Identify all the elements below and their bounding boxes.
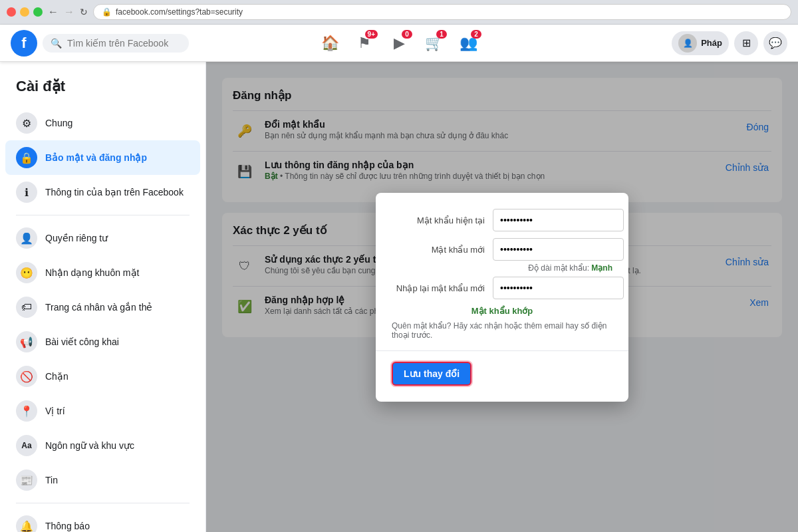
sidebar-item-security[interactable]: 🔒 Bảo mật và đăng nhập bbox=[5, 140, 200, 175]
browser-minimize[interactable] bbox=[20, 7, 29, 17]
search-input[interactable] bbox=[67, 38, 181, 49]
sidebar-icon-face: 😶 bbox=[16, 262, 37, 283]
sidebar-label-news: Tin bbox=[45, 475, 58, 485]
store-badge: 1 bbox=[436, 30, 447, 39]
sidebar-icon-public: 📢 bbox=[16, 331, 37, 352]
flag-badge: 9+ bbox=[365, 30, 378, 39]
sidebar-label-profile: Trang cá nhân và gắn thẻ bbox=[45, 302, 152, 313]
browser-maximize[interactable] bbox=[33, 7, 43, 17]
forward-btn[interactable]: → bbox=[64, 6, 74, 18]
sidebar-label-language: Ngôn ngữ và khu vực bbox=[45, 440, 134, 451]
browser-close[interactable] bbox=[7, 7, 16, 17]
current-password-row: Mật khẩu hiện tại bbox=[392, 209, 612, 231]
sidebar-icon-security: 🔒 bbox=[16, 147, 37, 168]
sidebar-item-language[interactable]: Aa Ngôn ngữ và khu vực bbox=[5, 428, 200, 463]
url-bar[interactable]: 🔒 facebook.com/settings?tab=security bbox=[93, 4, 791, 20]
sidebar-label-notifications: Thông báo bbox=[45, 521, 90, 531]
sidebar-item-location[interactable]: 📍 Vị trí bbox=[5, 394, 200, 428]
modal-divider bbox=[376, 350, 628, 351]
modal-actions: Lưu thay đổi bbox=[392, 362, 612, 386]
messenger-icon: 💬 bbox=[769, 37, 782, 49]
nav-play[interactable]: ▶ 0 bbox=[383, 27, 415, 59]
messenger-btn[interactable]: 💬 bbox=[763, 31, 787, 55]
sidebar-item-notifications[interactable]: 🔔 Thông báo bbox=[5, 509, 200, 532]
sidebar-icon-info: ℹ bbox=[16, 182, 37, 203]
sidebar-label-security: Bảo mật và đăng nhập bbox=[45, 152, 147, 163]
sidebar-label-public: Bài viết công khai bbox=[45, 336, 119, 347]
home-icon: 🏠 bbox=[321, 35, 339, 52]
current-password-label: Mật khẩu hiện tại bbox=[392, 215, 485, 225]
friends-badge: 2 bbox=[471, 30, 481, 39]
content-area: Đăng nhập 🔑 Đổi mật khẩu Bạn nên sử dụng… bbox=[206, 62, 798, 532]
sidebar-title: Cài đặt bbox=[5, 72, 200, 106]
sidebar-divider-1 bbox=[16, 215, 190, 215]
sidebar-label-privacy: Quyền riêng tư bbox=[45, 233, 108, 243]
user-name: Pháp bbox=[701, 38, 722, 48]
search-bar[interactable]: 🔍 bbox=[43, 34, 189, 53]
new-password-row: Mật khẩu mới bbox=[392, 238, 612, 261]
apps-icon: ⊞ bbox=[742, 37, 751, 49]
sidebar-item-block[interactable]: 🚫 Chặn bbox=[5, 359, 200, 394]
sidebar-item-face[interactable]: 😶 Nhận dạng khuôn mặt bbox=[5, 255, 200, 290]
current-password-input[interactable] bbox=[493, 209, 624, 231]
sidebar-icon-notifications: 🔔 bbox=[16, 515, 37, 532]
sidebar-icon-profile: 🏷 bbox=[16, 297, 37, 318]
sidebar-icon-privacy: 👤 bbox=[16, 227, 37, 249]
save-button[interactable]: Lưu thay đổi bbox=[392, 362, 471, 386]
url-text: facebook.com/settings?tab=security bbox=[116, 7, 243, 17]
sidebar-item-chung[interactable]: ⚙ Chung bbox=[5, 106, 200, 140]
password-match-text: Mật khẩu khớp bbox=[392, 306, 612, 316]
browser-controls bbox=[7, 7, 43, 17]
fb-logo: f bbox=[11, 30, 37, 57]
confirm-password-row: Nhập lại mật khẩu mới bbox=[392, 277, 612, 299]
change-password-modal: Mật khẩu hiện tại Mật khẩu mới Độ dài mậ… bbox=[376, 193, 628, 402]
sidebar-divider-2 bbox=[16, 503, 190, 503]
sidebar-icon-chung: ⚙ bbox=[16, 112, 37, 134]
nav-right: 👤 Pháp ⊞ 💬 bbox=[672, 31, 787, 55]
modal-overlay: Mật khẩu hiện tại Mật khẩu mới Độ dài mậ… bbox=[206, 62, 798, 532]
forgot-password-text: Quên mật khẩu? Hãy xác nhận hoặc thêm em… bbox=[392, 321, 612, 340]
sidebar-item-public[interactable]: 📢 Bài viết công khai bbox=[5, 325, 200, 359]
sidebar-icon-news: 📰 bbox=[16, 469, 37, 491]
sidebar-icon-location: 📍 bbox=[16, 400, 37, 422]
search-icon: 🔍 bbox=[51, 38, 62, 49]
browser-bar: ← → ↻ 🔒 facebook.com/settings?tab=securi… bbox=[0, 0, 798, 25]
sidebar-label-block: Chặn bbox=[45, 371, 68, 382]
sidebar-label-location: Vị trí bbox=[45, 406, 65, 416]
strength-label: Độ dài mật khẩu: bbox=[528, 263, 589, 273]
sidebar-label-info: Thông tin của bạn trên Facebook bbox=[45, 187, 184, 198]
sidebar-label-chung: Chung bbox=[45, 118, 72, 128]
nav-home[interactable]: 🏠 bbox=[314, 27, 346, 59]
sidebar-item-news[interactable]: 📰 Tin bbox=[5, 463, 200, 497]
reload-btn[interactable]: ↻ bbox=[80, 7, 88, 17]
sidebar: Cài đặt ⚙ Chung 🔒 Bảo mật và đăng nhập ℹ… bbox=[0, 62, 206, 532]
user-menu[interactable]: 👤 Pháp bbox=[672, 31, 729, 55]
strength-value: Mạnh bbox=[591, 263, 612, 273]
main-container: Cài đặt ⚙ Chung 🔒 Bảo mật và đăng nhập ℹ… bbox=[0, 62, 798, 532]
new-password-input[interactable] bbox=[493, 238, 624, 261]
sidebar-label-face: Nhận dạng khuôn mặt bbox=[45, 267, 139, 278]
apps-btn[interactable]: ⊞ bbox=[734, 31, 758, 55]
sidebar-item-privacy[interactable]: 👤 Quyền riêng tư bbox=[5, 221, 200, 255]
confirm-password-input[interactable] bbox=[493, 277, 624, 299]
nav-friends[interactable]: 👥 2 bbox=[452, 27, 484, 59]
topnav: f 🔍 🏠 ⚑ 9+ ▶ 0 🛒 1 👥 2 👤 Pháp ⊞ bbox=[0, 25, 798, 62]
lock-icon: 🔒 bbox=[102, 7, 112, 17]
password-strength: Độ dài mật khẩu: Mạnh bbox=[392, 263, 612, 273]
nav-store[interactable]: 🛒 1 bbox=[418, 27, 450, 59]
nav-center: 🏠 ⚑ 9+ ▶ 0 🛒 1 👥 2 bbox=[314, 27, 484, 59]
new-password-label: Mật khẩu mới bbox=[392, 245, 485, 255]
avatar: 👤 bbox=[678, 34, 697, 53]
sidebar-item-info[interactable]: ℹ Thông tin của bạn trên Facebook bbox=[5, 175, 200, 209]
confirm-password-label: Nhập lại mật khẩu mới bbox=[392, 283, 485, 293]
play-badge: 0 bbox=[402, 30, 412, 39]
nav-flag[interactable]: ⚑ 9+ bbox=[348, 27, 380, 59]
sidebar-item-profile[interactable]: 🏷 Trang cá nhân và gắn thẻ bbox=[5, 290, 200, 325]
sidebar-icon-language: Aa bbox=[16, 435, 37, 456]
back-btn[interactable]: ← bbox=[48, 6, 59, 18]
sidebar-icon-block: 🚫 bbox=[16, 366, 37, 387]
